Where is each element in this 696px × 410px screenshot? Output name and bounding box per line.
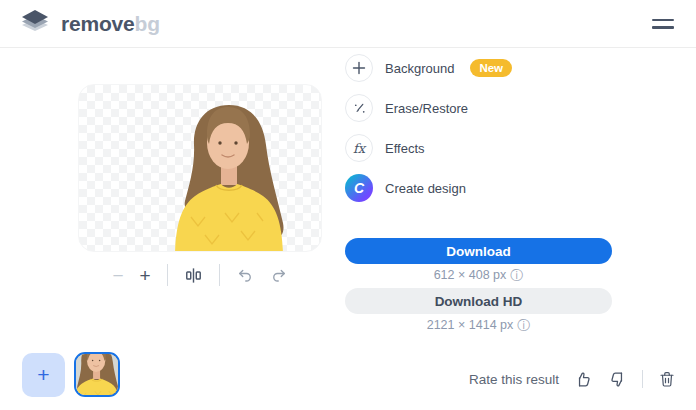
download-button[interactable]: Download <box>345 238 612 264</box>
tool-label-background: Background <box>385 61 454 76</box>
rate-bar: Rate this result <box>469 366 676 392</box>
rate-divider <box>642 370 643 388</box>
new-badge: New <box>470 59 512 77</box>
logo-wordmark: removebg <box>61 12 160 36</box>
result-image-preview[interactable] <box>78 84 322 252</box>
undo-icon[interactable] <box>236 266 254 284</box>
fx-icon: fx <box>345 134 373 162</box>
download-size-note: 612 × 408 px ⓘ <box>345 268 612 282</box>
download-hd-size-text: 2121 × 1414 px <box>427 318 514 332</box>
logo[interactable]: removebg <box>18 9 160 39</box>
thumbs-up-icon[interactable] <box>574 370 593 389</box>
tool-erase-restore[interactable]: Erase/Restore <box>345 94 615 122</box>
delete-trash-icon[interactable] <box>658 370 676 388</box>
hamburger-menu-icon[interactable] <box>652 14 678 34</box>
removebg-app: removebg − + <box>0 0 696 410</box>
download-hd-size-note: 2121 × 1414 px ⓘ <box>345 318 612 332</box>
zoom-out-icon[interactable]: − <box>112 266 123 285</box>
logo-text-bg: bg <box>135 12 160 35</box>
image-thumbnail-selected[interactable] <box>74 352 120 397</box>
download-hd-button[interactable]: Download HD <box>345 288 612 314</box>
tool-label-create-design: Create design <box>385 181 466 196</box>
thumbnail-strip: + <box>22 352 120 397</box>
tool-label-erase-restore: Erase/Restore <box>385 101 468 116</box>
tool-label-effects: Effects <box>385 141 425 156</box>
info-icon[interactable]: ⓘ <box>510 269 523 282</box>
canvas-toolbar: − + <box>78 262 322 288</box>
tool-effects[interactable]: fx Effects <box>345 134 615 162</box>
zoom-in-icon[interactable]: + <box>140 266 151 285</box>
add-image-button[interactable]: + <box>22 353 65 397</box>
toolbar-divider <box>219 264 220 286</box>
thumbs-down-icon[interactable] <box>608 370 627 389</box>
canva-icon: C <box>345 174 373 202</box>
compare-before-after-icon[interactable] <box>184 266 203 285</box>
tools-panel: Background New Erase/Restore fx Effects <box>345 54 615 214</box>
tool-create-design[interactable]: C Create design <box>345 174 615 202</box>
layers-logo-icon <box>18 9 52 39</box>
logo-text-remove: remove <box>61 12 135 35</box>
header: removebg <box>0 0 696 48</box>
subject-image <box>79 85 322 252</box>
plus-circle-icon <box>345 54 373 82</box>
brush-icon <box>345 94 373 122</box>
redo-icon[interactable] <box>270 266 288 284</box>
tool-background[interactable]: Background New <box>345 54 615 82</box>
toolbar-divider <box>167 264 168 286</box>
info-icon[interactable]: ⓘ <box>517 319 530 332</box>
download-size-text: 612 × 408 px <box>434 268 507 282</box>
rate-label: Rate this result <box>469 372 559 387</box>
